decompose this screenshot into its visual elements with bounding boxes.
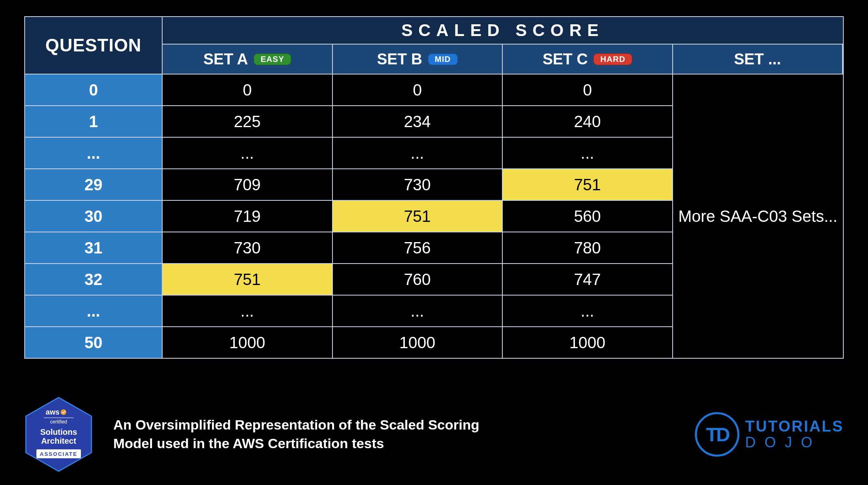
question-cell: 29 — [25, 168, 163, 200]
score-cell: ... — [163, 137, 333, 168]
question-cell: ... — [25, 295, 163, 326]
set-a-label: SET A — [203, 51, 248, 68]
score-cell: 709 — [163, 168, 333, 200]
score-cell: 240 — [503, 105, 673, 137]
score-cell: 1000 — [163, 326, 333, 358]
question-cell: 1 — [25, 105, 163, 137]
svg-point-3 — [61, 409, 66, 415]
header-set-a: SET A EASY — [163, 45, 333, 74]
tutorials-dojo-logo: TD TUTORIALS DOJO — [695, 412, 844, 457]
difficulty-badge-hard: HARD — [593, 53, 632, 65]
question-cell: 50 — [25, 326, 163, 358]
aws-certified-badge-icon: aws certified Solutions Architect ASSOCI… — [24, 396, 93, 473]
score-cell: 751 — [503, 168, 673, 200]
header-question: QUESTION — [25, 17, 163, 74]
score-cell: ... — [163, 295, 333, 326]
score-cell: 234 — [333, 105, 503, 137]
score-cell: 730 — [333, 168, 503, 200]
score-cell: 0 — [333, 74, 503, 105]
header-set-b: SET B MID — [333, 45, 503, 74]
question-cell: 0 — [25, 74, 163, 105]
score-cell: 0 — [163, 74, 333, 105]
header-set-more: SET ... — [673, 45, 843, 74]
svg-text:ASSOCIATE: ASSOCIATE — [40, 451, 78, 457]
td-logo-line2: DOJO — [745, 435, 844, 450]
more-sets-cell: More SAA-C03 Sets... — [673, 74, 843, 358]
score-cell: 747 — [503, 263, 673, 295]
score-cell: ... — [503, 295, 673, 326]
score-cell: 730 — [163, 232, 333, 263]
set-more-label: SET ... — [734, 51, 781, 68]
scaled-score-table: QUESTION SCALED SCORE SET A EASY SET B M… — [24, 16, 844, 377]
score-cell: 756 — [333, 232, 503, 263]
score-cell: 1000 — [333, 326, 503, 358]
question-cell: 32 — [25, 263, 163, 295]
score-cell: 780 — [503, 232, 673, 263]
difficulty-badge-easy: EASY — [254, 53, 291, 65]
score-cell: ... — [333, 137, 503, 168]
score-cell: 751 — [163, 263, 333, 295]
score-cell: ... — [333, 295, 503, 326]
set-b-label: SET B — [377, 51, 422, 68]
footer-caption: An Oversimplified Representation of the … — [113, 416, 485, 453]
score-cell: 719 — [163, 200, 333, 232]
difficulty-badge-mid: MID — [428, 53, 458, 65]
svg-text:Solutions: Solutions — [40, 428, 77, 436]
svg-text:aws: aws — [46, 408, 59, 416]
td-logo-mark-icon: TD — [695, 412, 739, 457]
footer: aws certified Solutions Architect ASSOCI… — [24, 377, 844, 473]
question-cell: ... — [25, 137, 163, 168]
score-cell: 225 — [163, 105, 333, 137]
score-cell: 751 — [333, 200, 503, 232]
svg-text:certified: certified — [50, 419, 67, 425]
score-cell: 560 — [503, 200, 673, 232]
score-cell: 1000 — [503, 326, 673, 358]
question-cell: 30 — [25, 200, 163, 232]
score-cell: 760 — [333, 263, 503, 295]
score-cell: 0 — [503, 74, 673, 105]
header-set-c: SET C HARD — [503, 45, 673, 74]
header-scaled-score: SCALED SCORE — [163, 17, 843, 45]
question-cell: 31 — [25, 232, 163, 263]
td-logo-line1: TUTORIALS — [745, 419, 844, 435]
score-cell: ... — [503, 137, 673, 168]
svg-text:Architect: Architect — [41, 436, 76, 445]
set-c-label: SET C — [542, 51, 588, 68]
